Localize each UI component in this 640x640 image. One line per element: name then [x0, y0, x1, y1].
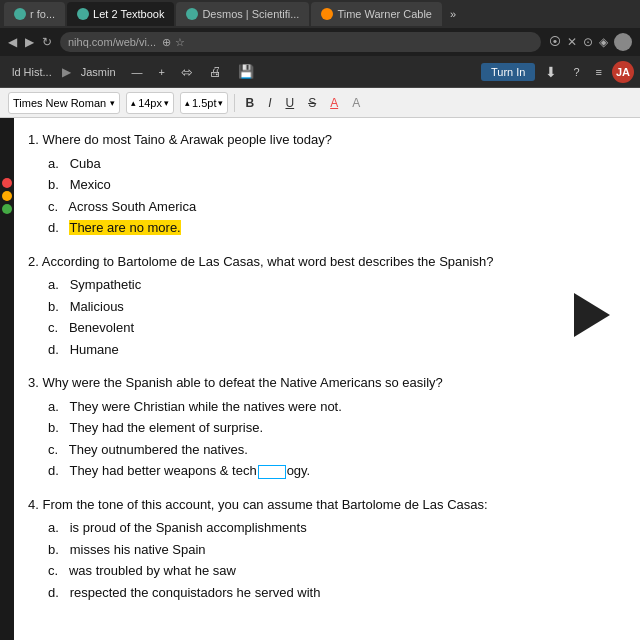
address-bar: ◀ ▶ ↻ nihq.com/web/vi... ⊕ ☆ ⦿ ✕ ⊙ ◈ — [0, 28, 640, 56]
font-toolbar: Times New Roman ▾ ▴ 14px ▾ ▴ 1.5pt ▾ B I… — [0, 88, 640, 118]
back-icon[interactable]: ◀ — [8, 35, 17, 49]
option-3c: c. They outnumbered the natives. — [48, 440, 626, 460]
document-area[interactable]: 1. Where do most Taino & Arawak people l… — [14, 118, 640, 640]
print-icon[interactable]: 🖨 — [203, 62, 228, 81]
left-sidebar — [0, 118, 14, 640]
tab-desmos[interactable]: Desmos | Scientifi... — [176, 2, 309, 26]
toolbar-divider-1 — [234, 94, 235, 112]
profile-icon[interactable] — [614, 33, 632, 51]
bold-button[interactable]: B — [241, 94, 258, 112]
avatar-button[interactable]: JA — [612, 61, 634, 83]
option-3b: b. They had the element of surprise. — [48, 418, 626, 438]
refresh-icon[interactable]: ↻ — [42, 35, 52, 49]
option-1c: c. Across South America — [48, 197, 626, 217]
option-4d: d. respected the conquistadors he served… — [48, 583, 626, 603]
italic-button[interactable]: I — [264, 94, 275, 112]
orange-dot — [2, 191, 12, 201]
tab-time-warner[interactable]: Time Warner Cable — [311, 2, 442, 26]
tabs-more-button[interactable]: » — [444, 8, 462, 20]
tab-r-fo[interactable]: r fo... — [4, 2, 65, 26]
share-icon[interactable]: ⬄ — [175, 62, 199, 82]
ext-icon-2: ✕ — [567, 35, 577, 49]
turn-in-button[interactable]: Turn In — [481, 63, 535, 81]
font-size-select[interactable]: ▴ 14px ▾ — [126, 92, 174, 114]
history-button[interactable]: ld Hist... — [6, 64, 58, 80]
question-4: 4. From the tone of this account, you ca… — [28, 495, 626, 603]
help-icon[interactable]: ? — [567, 64, 585, 80]
doc-name-button[interactable]: Jasmin — [75, 64, 122, 80]
question-1: 1. Where do most Taino & Arawak people l… — [28, 130, 626, 238]
option-3a: a. They were Christian while the natives… — [48, 397, 626, 417]
main-content: 1. Where do most Taino & Arawak people l… — [0, 118, 640, 640]
app-toolbar: ld Hist... ▶ Jasmin — + ⬄ 🖨 💾 Turn In ⬇ … — [0, 56, 640, 88]
ext-icon-3: ⊙ — [583, 35, 593, 49]
underline-button[interactable]: U — [281, 94, 298, 112]
font-family-select[interactable]: Times New Roman ▾ — [8, 92, 120, 114]
red-dot — [2, 178, 12, 188]
option-2b: b. Malicious — [48, 297, 626, 317]
option-4a: a. is proud of the Spanish accomplishmen… — [48, 518, 626, 538]
option-2d: d. Humane — [48, 340, 626, 360]
plus-button[interactable]: + — [153, 64, 171, 80]
line-spacing-select[interactable]: ▴ 1.5pt ▾ — [180, 92, 228, 114]
dash-button[interactable]: — — [126, 64, 149, 80]
question-4-options: a. is proud of the Spanish accomplishmen… — [48, 518, 626, 602]
option-1d: d. There are no more. — [48, 218, 626, 238]
browser-action-icons: ⦿ ✕ ⊙ ◈ — [549, 33, 632, 51]
option-1b: b. Mexico — [48, 175, 626, 195]
question-1-options: a. Cuba b. Mexico c. Across South Americ… — [48, 154, 626, 238]
option-2a: a. Sympathetic — [48, 275, 626, 295]
document-content[interactable]: 1. Where do most Taino & Arawak people l… — [14, 118, 640, 628]
font-color-button[interactable]: A — [326, 94, 342, 112]
browser-tabs: r fo... Let 2 Textbook Desmos | Scientif… — [0, 0, 640, 28]
option-4c: c. was troubled by what he saw — [48, 561, 626, 581]
forward-icon[interactable]: ▶ — [25, 35, 34, 49]
question-3-options: a. They were Christian while the natives… — [48, 397, 626, 481]
option-4b: b. misses his native Spain — [48, 540, 626, 560]
option-1a: a. Cuba — [48, 154, 626, 174]
strikethrough-button[interactable]: S — [304, 94, 320, 112]
save-icon[interactable]: 💾 — [232, 62, 260, 81]
tab-let2-textbook[interactable]: Let 2 Textbook — [67, 2, 174, 26]
question-2: 2. According to Bartolome de Las Casas, … — [28, 252, 626, 360]
url-input[interactable]: nihq.com/web/vi... ⊕ ☆ — [60, 32, 541, 52]
question-2-options: a. Sympathetic b. Malicious c. Benevolen… — [48, 275, 626, 359]
play-button[interactable] — [574, 293, 610, 337]
font-highlight-button[interactable]: A — [348, 94, 364, 112]
option-2c: c. Benevolent — [48, 318, 626, 338]
download-icon[interactable]: ⬇ — [539, 62, 563, 82]
ext-icon-4: ◈ — [599, 35, 608, 49]
green-dot — [2, 204, 12, 214]
option-3d: d. They had better weapons & techogy. — [48, 461, 626, 481]
ext-icon-1: ⦿ — [549, 35, 561, 49]
menu-icon[interactable]: ≡ — [590, 64, 608, 80]
question-3: 3. Why were the Spanish able to defeat t… — [28, 373, 626, 481]
breadcrumb-arrow: ▶ — [62, 65, 71, 79]
